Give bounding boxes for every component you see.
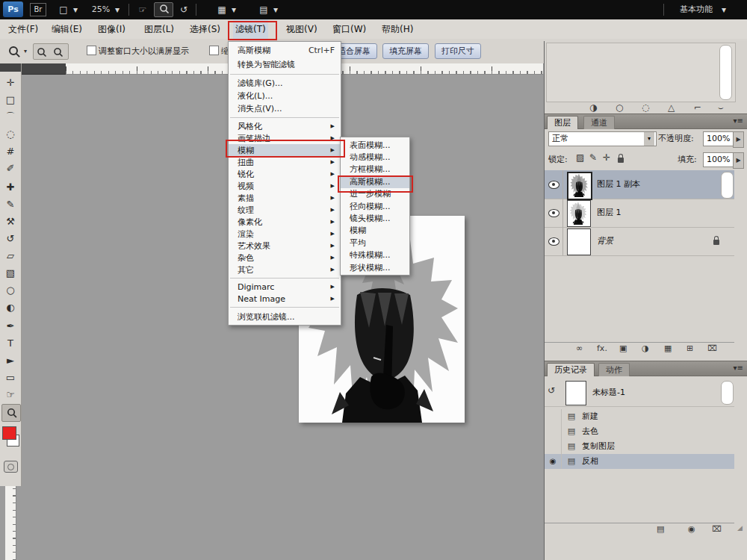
layers-scrollbar[interactable]: [721, 172, 734, 199]
menu-help[interactable]: 帮助(H): [379, 19, 415, 39]
adjustment-half-circle-icon[interactable]: ◑: [589, 102, 597, 113]
adjustment-layer-icon[interactable]: ◑: [642, 343, 649, 353]
menu-item-sharpen[interactable]: 锐化▶: [229, 168, 341, 180]
history-source-cell[interactable]: [545, 439, 562, 454]
print-size-button[interactable]: 打印尺寸: [435, 43, 481, 59]
menu-item-browse-filters-online[interactable]: 浏览联机滤镜...: [229, 310, 341, 323]
workspace-switcher[interactable]: 基本功能: [674, 0, 719, 19]
shape-tool[interactable]: ▭: [1, 370, 19, 386]
crop-tool[interactable]: #: [1, 143, 19, 160]
menu-item-texture[interactable]: 纹理▶: [229, 204, 341, 216]
move-tool[interactable]: ✛: [1, 75, 19, 91]
submenu-item-gaussian-blur[interactable]: 高斯模糊...: [341, 175, 409, 187]
menu-item-pixelate[interactable]: 像素化▶: [229, 216, 341, 228]
lock-all-icon[interactable]: [618, 158, 624, 163]
layer-row-layer1[interactable]: 图层 1: [545, 199, 734, 228]
new-layer-icon[interactable]: ⊞: [686, 343, 693, 353]
type-tool[interactable]: T: [1, 335, 19, 352]
visibility-cell[interactable]: [545, 199, 563, 227]
submenu-item-average[interactable]: 平均: [341, 237, 409, 249]
menu-item-stylize[interactable]: 风格化▶: [229, 120, 341, 132]
lock-transparency-icon[interactable]: ▨: [576, 152, 584, 163]
history-source-cell[interactable]: [545, 424, 562, 439]
layer-thumbnail[interactable]: [567, 172, 592, 200]
lasso-tool[interactable]: ⌒: [1, 109, 19, 125]
history-state-invert[interactable]: ◉ ▤ 反相: [545, 454, 734, 469]
quick-mask-button[interactable]: [4, 461, 18, 473]
arrange-documents-caret-icon[interactable]: ▾: [230, 0, 238, 19]
layer-name[interactable]: 图层 1: [597, 199, 622, 227]
fill-screen-button[interactable]: 填充屏幕: [382, 43, 429, 59]
layer-mask-icon[interactable]: ▣: [619, 343, 627, 353]
path-selection-tool[interactable]: ►: [1, 352, 19, 369]
zoom-all-windows-checkbox[interactable]: [209, 46, 219, 55]
hand-tool[interactable]: ☞: [1, 387, 19, 403]
submenu-item-smart-blur[interactable]: 特殊模糊...: [341, 249, 409, 261]
hand-tool-icon[interactable]: ☞: [136, 0, 149, 19]
new-snapshot-icon[interactable]: ◉: [688, 524, 695, 534]
layer-thumbnail[interactable]: [567, 228, 591, 255]
adjustment-dotted-circle-icon[interactable]: ◌: [642, 102, 649, 113]
new-document-from-state-icon[interactable]: ▤: [657, 524, 664, 534]
layers-panel-menu-icon[interactable]: ▾≡: [734, 116, 743, 125]
menu-item-other[interactable]: 其它▶: [229, 264, 341, 276]
history-panel-menu-icon[interactable]: ▾≡: [734, 364, 743, 372]
history-source-cell[interactable]: ◉: [545, 454, 562, 469]
zoom-options-caret-icon[interactable]: ▾: [24, 39, 27, 63]
menu-window[interactable]: 窗口(W): [330, 19, 368, 39]
opacity-field[interactable]: 100%: [703, 131, 734, 146]
foreground-color-swatch[interactable]: [2, 426, 16, 440]
menu-item-last-filter[interactable]: 高斯模糊Ctrl+F: [229, 43, 341, 57]
bridge-icon[interactable]: Br: [30, 3, 46, 16]
submenu-item-surface-blur[interactable]: 表面模糊...: [341, 139, 409, 151]
history-state-new[interactable]: ▤ 新建: [545, 409, 734, 424]
tab-layers[interactable]: 图层: [547, 116, 578, 129]
visibility-cell[interactable]: [545, 170, 563, 199]
zoom-in-icon[interactable]: [37, 48, 45, 55]
tab-actions[interactable]: 动作: [598, 363, 630, 376]
menu-item-brush-strokes[interactable]: 画笔描边▶: [229, 132, 341, 144]
eye-icon[interactable]: [548, 209, 560, 217]
menu-item-filter-gallery[interactable]: 滤镜库(G)...: [229, 77, 341, 90]
delete-state-icon[interactable]: ⌧: [712, 524, 722, 534]
visibility-cell[interactable]: [545, 227, 563, 255]
history-brush-tool[interactable]: ↺: [1, 231, 19, 247]
workspace-caret-icon[interactable]: ▾: [720, 0, 728, 19]
menu-file[interactable]: 文件(F): [6, 19, 40, 39]
fill-spinner[interactable]: ▶: [733, 152, 744, 169]
brush-tool[interactable]: ✎: [1, 196, 19, 213]
menu-item-render[interactable]: 渲染▶: [229, 228, 341, 240]
submenu-item-radial-blur[interactable]: 径向模糊...: [341, 200, 409, 212]
history-source-icon[interactable]: ↺: [548, 385, 555, 396]
menu-item-blur[interactable]: 模糊▶: [229, 144, 341, 156]
adjustment-corner-icon[interactable]: ⌐: [694, 102, 701, 113]
eraser-tool[interactable]: ▱: [1, 248, 19, 264]
tab-channels[interactable]: 通道: [583, 116, 615, 129]
arrange-documents-icon[interactable]: ▦: [215, 0, 229, 19]
dodge-tool[interactable]: ◐: [1, 299, 19, 316]
submenu-item-motion-blur[interactable]: 动感模糊...: [341, 151, 409, 163]
snapshot-thumbnail[interactable]: [565, 381, 586, 405]
blend-mode-select[interactable]: 正常 ▾: [548, 131, 657, 146]
view-extras-icon[interactable]: □: [57, 0, 70, 19]
layer-name[interactable]: 背景: [597, 227, 613, 255]
menu-item-vanishing-point[interactable]: 消失点(V)...: [229, 102, 341, 115]
menu-select[interactable]: 选择(S): [187, 19, 223, 39]
lock-paint-icon[interactable]: ✎: [589, 152, 597, 163]
menu-layer[interactable]: 图层(L): [142, 19, 176, 39]
adjustment-triangle-icon[interactable]: △: [668, 102, 675, 113]
snapshot-row[interactable]: ↺ 未标题-1: [545, 379, 734, 407]
adjustment-circle-icon[interactable]: ○: [616, 102, 623, 113]
menu-item-noise[interactable]: 杂色▶: [229, 252, 341, 264]
resize-windows-checkbox[interactable]: [87, 46, 96, 55]
submenu-item-shape-blur[interactable]: 形状模糊...: [341, 261, 409, 273]
marquee-tool[interactable]: □: [1, 92, 19, 108]
layer-row-background[interactable]: 背景: [545, 227, 734, 256]
menu-item-neat-image[interactable]: Neat Image▶: [229, 293, 341, 305]
layer-name[interactable]: 图层 1 副本: [597, 170, 640, 199]
eye-icon[interactable]: [548, 237, 560, 246]
eye-icon[interactable]: [548, 181, 560, 189]
panel-resize-grip[interactable]: ◢: [737, 524, 743, 532]
tools-panel-header[interactable]: [0, 63, 21, 72]
zoom-level-caret-icon[interactable]: ▾: [114, 0, 121, 19]
